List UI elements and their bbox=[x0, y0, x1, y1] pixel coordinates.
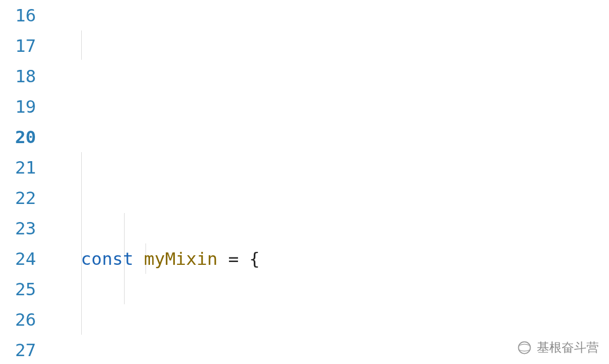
code-editor[interactable]: 16 17 18 19 20 21 22 23 24 25 26 27 cons… bbox=[0, 0, 609, 364]
code-line[interactable]: const myMixin = { bbox=[52, 243, 609, 274]
line-number: 26 bbox=[0, 304, 36, 335]
line-number: 16 bbox=[0, 0, 36, 30]
line-number: 18 bbox=[0, 61, 36, 91]
line-number-gutter: 16 17 18 19 20 21 22 23 24 25 26 27 bbox=[0, 0, 52, 364]
line-number-active: 20 bbox=[0, 122, 36, 152]
watermark: 基根奋斗营 bbox=[517, 339, 599, 356]
line-number: 23 bbox=[0, 213, 36, 243]
line-number: 22 bbox=[0, 183, 36, 213]
line-number: 27 bbox=[0, 335, 36, 364]
line-number: 21 bbox=[0, 152, 36, 183]
line-number: 17 bbox=[0, 30, 36, 61]
watermark-text: 基根奋斗营 bbox=[537, 339, 599, 356]
line-number: 19 bbox=[0, 91, 36, 122]
code-area[interactable]: const myMixin = { number: 1 } const app … bbox=[52, 0, 609, 364]
svg-point-0 bbox=[519, 342, 531, 354]
line-number: 25 bbox=[0, 274, 36, 304]
indent-guide bbox=[81, 30, 82, 60]
line-number: 24 bbox=[0, 243, 36, 274]
watermark-icon bbox=[517, 340, 532, 356]
